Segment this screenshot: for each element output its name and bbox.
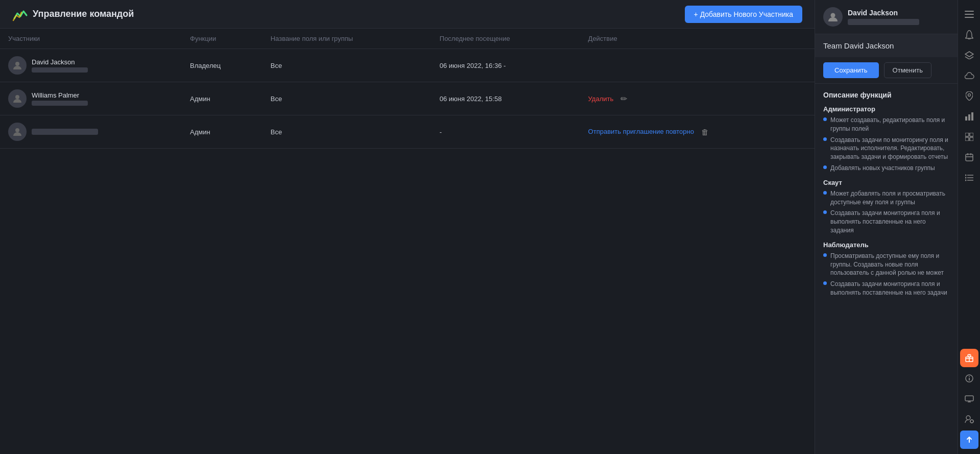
member-role: Владелец bbox=[182, 49, 262, 82]
svg-point-35 bbox=[970, 420, 973, 423]
roles-section: Описание функций Администратор Может соз… bbox=[815, 84, 958, 307]
svg-point-7 bbox=[968, 94, 970, 97]
bullet-icon bbox=[823, 117, 827, 121]
svg-point-0 bbox=[15, 62, 19, 66]
svg-point-2 bbox=[15, 128, 19, 132]
cancel-button[interactable]: Отменить bbox=[884, 62, 931, 78]
gift-icon[interactable] bbox=[960, 349, 978, 367]
member-name: David Jackson bbox=[32, 58, 88, 66]
screen-icon[interactable] bbox=[960, 390, 978, 408]
roles-title: Описание функций bbox=[823, 91, 949, 99]
member-action: Удалить ✏ bbox=[580, 82, 815, 115]
bullet-icon bbox=[823, 191, 827, 195]
col-action: Действие bbox=[580, 29, 815, 49]
location-icon[interactable] bbox=[960, 87, 978, 105]
list-item: Создавать задачи по мониторингу поля и н… bbox=[823, 136, 949, 161]
chart-icon[interactable] bbox=[960, 107, 978, 126]
panel-email-masked bbox=[848, 19, 919, 25]
admin-title: Администратор bbox=[823, 105, 949, 113]
svg-point-30 bbox=[969, 376, 970, 377]
list-item: Создавать задачи мониторинга поля и выпо… bbox=[823, 209, 949, 234]
member-email-masked bbox=[32, 129, 98, 135]
panel-username: David Jackson bbox=[848, 9, 949, 17]
save-button[interactable]: Сохранить bbox=[823, 62, 879, 78]
member-cell: David Jackson bbox=[8, 56, 174, 75]
avatar bbox=[8, 89, 27, 108]
col-role: Функции bbox=[182, 29, 262, 49]
table-row: David Jackson Владелец Все 06 июня 2022,… bbox=[0, 49, 815, 82]
panel-avatar bbox=[823, 7, 843, 27]
bullet-icon bbox=[823, 137, 827, 141]
notification-icon[interactable] bbox=[960, 26, 978, 44]
menu-icon[interactable] bbox=[960, 5, 978, 23]
svg-rect-15 bbox=[966, 154, 973, 161]
main-content: Управление командой + Добавить Нового Уч… bbox=[0, 0, 815, 454]
list-item: Просматривать доступные ему поля и групп… bbox=[823, 252, 949, 277]
layers-icon[interactable] bbox=[960, 46, 978, 64]
member-cell bbox=[8, 123, 174, 141]
action-cell: Удалить ✏ bbox=[588, 94, 806, 104]
table-row: Williams Palmer Админ Все 06 июня 2022, … bbox=[0, 82, 815, 115]
svg-point-3 bbox=[831, 13, 835, 18]
member-action: Отправить приглашение повторно 🗑 bbox=[580, 115, 815, 149]
action-cell: Отправить приглашение повторно 🗑 bbox=[588, 127, 806, 136]
member-field-group: Все bbox=[262, 115, 432, 149]
page-title: Управление командой bbox=[33, 9, 134, 19]
team-name-value: Team David Jackson bbox=[823, 41, 894, 50]
member-cell: Williams Palmer bbox=[8, 89, 174, 108]
right-panel: David Jackson Team David Jackson Сохрани… bbox=[815, 0, 958, 454]
svg-point-22 bbox=[965, 175, 967, 176]
member-last-visit: 06 июня 2022, 15:58 bbox=[432, 82, 580, 115]
svg-rect-8 bbox=[965, 116, 967, 121]
member-name: Williams Palmer bbox=[32, 91, 88, 99]
edit-icon[interactable]: ✏ bbox=[620, 94, 627, 104]
calendar-icon[interactable] bbox=[960, 148, 978, 166]
list-item: Может создавать, редактировать поля и гр… bbox=[823, 116, 949, 133]
add-member-button[interactable]: + Добавить Нового Участника bbox=[685, 6, 802, 23]
member-role: Админ bbox=[182, 115, 262, 149]
grid-icon[interactable] bbox=[960, 128, 978, 146]
svg-rect-4 bbox=[965, 11, 974, 12]
svg-rect-14 bbox=[970, 137, 973, 141]
member-field-group: Все bbox=[262, 82, 432, 115]
avatar bbox=[8, 56, 27, 75]
list-item: Создавать задачи мониторинга поля и выпо… bbox=[823, 280, 949, 297]
svg-rect-13 bbox=[965, 137, 969, 141]
col-field-group: Название поля или группы bbox=[262, 29, 432, 49]
bullet-icon bbox=[823, 210, 827, 214]
upload-button[interactable] bbox=[960, 431, 978, 449]
svg-point-23 bbox=[965, 177, 967, 179]
logo-icon bbox=[12, 6, 29, 22]
table-row: Админ Все - Отправить приглашение повтор… bbox=[0, 115, 815, 149]
panel-user-info: David Jackson bbox=[848, 9, 949, 25]
list-item: Может добавлять поля и просматривать дос… bbox=[823, 189, 949, 207]
member-last-visit: 06 июня 2022, 16:36 - bbox=[432, 49, 580, 82]
bullet-icon bbox=[823, 165, 827, 169]
svg-rect-12 bbox=[970, 133, 973, 136]
logo: Управление командой bbox=[12, 6, 134, 22]
list-icon[interactable] bbox=[960, 169, 978, 187]
svg-rect-6 bbox=[965, 17, 974, 18]
right-panel-header: David Jackson bbox=[815, 0, 958, 34]
svg-point-34 bbox=[966, 416, 970, 420]
member-email-masked bbox=[32, 67, 88, 73]
header: Управление командой + Добавить Нового Уч… bbox=[0, 0, 815, 29]
team-name-section: Team David Jackson bbox=[815, 34, 958, 57]
col-members: Участники bbox=[0, 29, 182, 49]
trash-icon[interactable]: 🗑 bbox=[701, 128, 709, 136]
resend-action[interactable]: Отправить приглашение повторно bbox=[588, 127, 694, 136]
observer-title: Наблюдатель bbox=[823, 241, 949, 249]
member-last-visit: - bbox=[432, 115, 580, 149]
svg-rect-9 bbox=[968, 114, 970, 121]
list-item: Добавлять новых участников группы bbox=[823, 164, 949, 173]
info-icon[interactable] bbox=[960, 369, 978, 388]
bullet-icon bbox=[823, 281, 827, 285]
delete-action[interactable]: Удалить bbox=[588, 95, 614, 103]
user-settings-icon[interactable] bbox=[960, 410, 978, 428]
members-table: Участники Функции Название поля или груп… bbox=[0, 29, 815, 149]
cloud-icon[interactable] bbox=[960, 66, 978, 85]
icon-bar bbox=[958, 0, 980, 454]
table-container: Участники Функции Название поля или груп… bbox=[0, 29, 815, 454]
svg-rect-11 bbox=[965, 133, 969, 136]
scout-title: Скаут bbox=[823, 179, 949, 186]
